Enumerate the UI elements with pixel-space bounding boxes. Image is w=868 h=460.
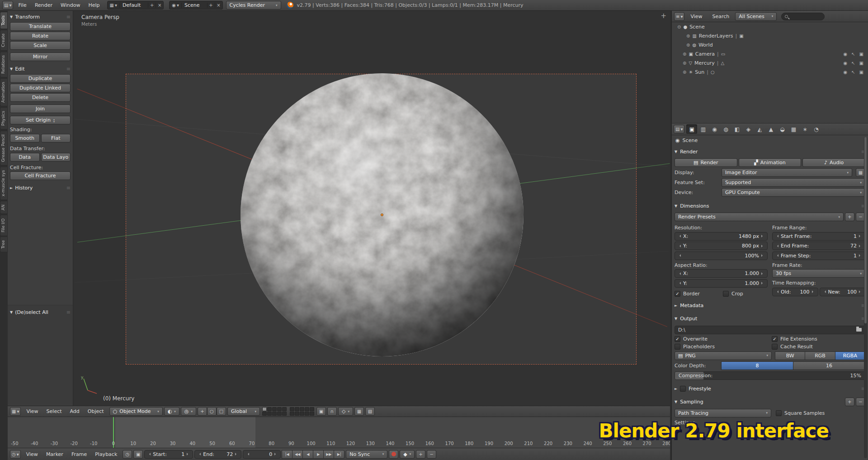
visibility-eye-icon[interactable]: ◉ bbox=[843, 52, 847, 57]
transport-button[interactable]: ◀◀ bbox=[292, 450, 303, 459]
outliner-view-menu[interactable]: View bbox=[686, 12, 706, 21]
tool-shelf-tab[interactable]: Animation bbox=[0, 78, 8, 106]
freestyle-checkbox[interactable] bbox=[680, 386, 686, 392]
edit-tool-button[interactable]: Duplicate bbox=[10, 74, 71, 83]
deselect-all-panel-header[interactable]: ▼ (De)select All ≡ bbox=[10, 308, 71, 317]
metadata-panel-header[interactable]: ► Metadata ≡ bbox=[675, 300, 865, 311]
menu-item[interactable]: Help bbox=[84, 1, 104, 9]
visibility-eye-icon[interactable]: ◉ bbox=[843, 70, 847, 75]
resolution-y-field[interactable]: Y:800 px bbox=[675, 242, 768, 250]
properties-tab[interactable]: ◭ bbox=[754, 124, 765, 134]
delete-layout-button[interactable]: × bbox=[156, 3, 163, 8]
folder-icon[interactable] bbox=[856, 328, 862, 332]
tool-shelf-tab[interactable]: Create bbox=[0, 30, 8, 51]
snap-element-dropdown[interactable]: ◇ ▾ bbox=[338, 407, 353, 416]
manipulator-toggle[interactable]: ○ bbox=[207, 407, 217, 416]
properties-tab[interactable]: ◍ bbox=[720, 124, 731, 134]
timeline-menu-item[interactable]: Marker bbox=[42, 450, 67, 459]
tool-shelf-tab[interactable]: Tree bbox=[0, 237, 8, 252]
freestyle-panel-header[interactable]: ► Freestyle ≡ bbox=[675, 384, 865, 394]
shade-flat-button[interactable]: Flat bbox=[41, 134, 71, 142]
outliner-row[interactable]: ⊕ ☀ Sun | ○ ◉ ↖ ▣ bbox=[672, 67, 868, 76]
menu-item[interactable]: File bbox=[14, 1, 30, 9]
info-editor-type-button[interactable]: ▤▾ bbox=[2, 1, 13, 9]
expand-toggle-icon[interactable]: ⊖ bbox=[677, 24, 681, 29]
mode-dropdown[interactable]: ○ Object Mode▾ bbox=[109, 407, 163, 416]
file-extensions-checkbox[interactable]: ✓File Extensions bbox=[772, 336, 865, 342]
snap-toggle-button[interactable]: ∩ bbox=[327, 407, 337, 416]
pivot-point-dropdown[interactable]: ◎ ▾ bbox=[181, 407, 196, 416]
lock-to-scene-button[interactable]: ▣ bbox=[316, 407, 326, 416]
properties-tab[interactable]: ◧ bbox=[731, 124, 742, 134]
renderability-camera-icon[interactable]: ▣ bbox=[859, 70, 863, 75]
transform-panel-header[interactable]: ▼ Transform ≡ bbox=[10, 13, 71, 21]
time-remap-new-field[interactable]: New:100 bbox=[820, 288, 866, 296]
transform-tool-button[interactable]: Scale bbox=[10, 41, 71, 50]
tool-shelf-tab[interactable]: Grease Pencil bbox=[0, 131, 8, 166]
viewport-menu-item[interactable]: View bbox=[22, 407, 42, 416]
render-presets-dropdown[interactable]: Render Presets▾ bbox=[675, 213, 844, 221]
properties-tab[interactable]: ◈ bbox=[743, 124, 754, 134]
layers-widget-group1[interactable] bbox=[262, 407, 287, 416]
edit-tool-button[interactable]: Duplicate Linked bbox=[10, 84, 71, 92]
opengl-render-button[interactable]: ▦ bbox=[354, 407, 364, 416]
properties-tab[interactable]: ▥ bbox=[698, 124, 708, 134]
tool-shelf-tab[interactable]: Tools bbox=[0, 12, 8, 29]
timeline-menu-item[interactable]: Playback bbox=[91, 450, 121, 459]
add-scene-button[interactable]: + bbox=[207, 3, 215, 8]
data-layout-transfer-button[interactable]: Data Layo bbox=[41, 153, 71, 161]
tool-shelf-tab[interactable]: AN bbox=[0, 201, 8, 214]
visibility-eye-icon[interactable]: ◉ bbox=[843, 61, 847, 66]
selectability-cursor-icon[interactable]: ↖ bbox=[851, 52, 855, 57]
properties-tab[interactable]: ◔ bbox=[811, 124, 821, 134]
scene-name[interactable]: Scene bbox=[182, 2, 207, 8]
render-panel-header[interactable]: ▼ Render ≡ bbox=[675, 146, 865, 157]
outliner-display-dropdown[interactable]: All Scenes▾ bbox=[735, 12, 777, 21]
end-frame-field[interactable]: End Frame:72 bbox=[772, 242, 865, 250]
transport-button[interactable]: ◀ bbox=[302, 450, 313, 459]
expand-toggle-icon[interactable]: ⊕ bbox=[686, 33, 690, 38]
aspect-x-field[interactable]: X:1.000 bbox=[675, 269, 768, 278]
render-action-button[interactable]: ▞ Animation bbox=[739, 158, 802, 167]
timeline-menu-item[interactable]: View bbox=[22, 450, 42, 459]
transform-tool-button[interactable]: Translate bbox=[10, 22, 71, 31]
timeline-editor-type-button[interactable]: ◷▾ bbox=[10, 450, 21, 459]
selectability-cursor-icon[interactable]: ↖ bbox=[851, 61, 855, 66]
properties-editor-type-button[interactable]: ▤▾ bbox=[674, 125, 684, 133]
tool-shelf-tab[interactable]: Relations bbox=[0, 52, 8, 77]
properties-tab[interactable]: ▲ bbox=[765, 124, 776, 134]
delete-scene-button[interactable]: × bbox=[215, 3, 222, 8]
tool-shelf-tab[interactable]: Physics bbox=[0, 107, 8, 129]
integrator-dropdown[interactable]: Path Tracing▾ bbox=[675, 409, 771, 417]
transport-button[interactable]: ▶ bbox=[313, 450, 324, 459]
expand-toggle-icon[interactable]: ⊕ bbox=[683, 52, 686, 57]
preview-range-button[interactable]: ◷ bbox=[123, 450, 132, 459]
edit-tool-button[interactable]: Delete bbox=[10, 93, 71, 102]
tool-shelf-tab[interactable]: x-muscle sys bbox=[0, 166, 8, 200]
properties-tab[interactable]: ▣ bbox=[686, 124, 697, 134]
crop-checkbox[interactable]: Crop bbox=[723, 291, 768, 297]
history-panel-header[interactable]: ► History ≡ bbox=[10, 184, 71, 192]
opengl-render-button[interactable]: ▧ bbox=[365, 407, 375, 416]
resolution-scale-field[interactable]: 100% bbox=[675, 251, 768, 260]
outliner-row[interactable]: ⊕ ◍ World bbox=[672, 40, 868, 49]
edit-panel-header[interactable]: ▼ Edit ≡ bbox=[10, 65, 71, 73]
lock-time-button[interactable]: ▣ bbox=[133, 450, 143, 459]
color-mode-button[interactable]: RGB bbox=[805, 351, 835, 360]
device-dropdown[interactable]: GPU Compute▾ bbox=[722, 188, 865, 197]
display-dropdown[interactable]: Image Editor▾ bbox=[722, 168, 852, 177]
selectability-cursor-icon[interactable]: ↖ bbox=[851, 70, 855, 75]
data-transfer-button[interactable]: Data bbox=[10, 153, 40, 161]
placeholders-checkbox[interactable]: Placeholders bbox=[675, 344, 768, 350]
properties-tab[interactable]: ◉ bbox=[709, 124, 720, 134]
properties-tab[interactable]: ∗ bbox=[799, 124, 810, 134]
shade-smooth-button[interactable]: Smooth bbox=[10, 134, 40, 142]
expand-toggle-icon[interactable]: ⊕ bbox=[683, 61, 686, 66]
insert-keyframe-button[interactable]: + bbox=[416, 450, 425, 459]
dimensions-panel-header[interactable]: ▼ Dimensions ≡ bbox=[675, 200, 865, 211]
color-mode-button[interactable]: BW bbox=[775, 351, 805, 360]
time-remap-old-field[interactable]: Old:100 bbox=[772, 288, 818, 296]
viewport-menu-item[interactable]: Object bbox=[84, 407, 108, 416]
renderability-camera-icon[interactable]: ▣ bbox=[859, 52, 863, 57]
color-depth-button[interactable]: 16 bbox=[793, 361, 865, 370]
